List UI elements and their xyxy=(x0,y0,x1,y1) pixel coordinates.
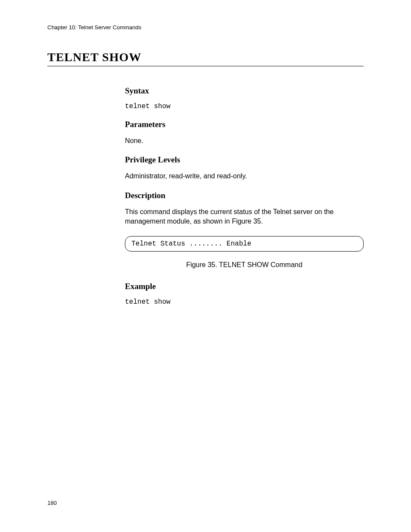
page-title: TELNET SHOW xyxy=(47,50,364,66)
output-text: Telnet Status ........ Enable xyxy=(131,240,357,248)
heading-parameters: Parameters xyxy=(125,120,364,129)
privilege-text: Administrator, read-write, and read-only… xyxy=(125,171,364,181)
content-area: Syntax telnet show Parameters None. Priv… xyxy=(125,86,364,306)
figure-caption: Figure 35. TELNET SHOW Command xyxy=(125,261,364,269)
heading-privilege: Privilege Levels xyxy=(125,155,364,165)
heading-description: Description xyxy=(125,191,364,200)
output-box: Telnet Status ........ Enable xyxy=(125,236,364,252)
heading-syntax: Syntax xyxy=(125,86,364,96)
parameters-text: None. xyxy=(125,136,364,146)
heading-example: Example xyxy=(125,282,364,291)
chapter-header: Chapter 10: Telnet Server Commands xyxy=(47,24,364,31)
page-container: Chapter 10: Telnet Server Commands TELNE… xyxy=(0,0,411,341)
syntax-code: telnet show xyxy=(125,103,364,110)
page-number: 180 xyxy=(47,500,57,506)
example-code: telnet show xyxy=(125,298,364,306)
description-text: This command displays the current status… xyxy=(125,207,364,227)
